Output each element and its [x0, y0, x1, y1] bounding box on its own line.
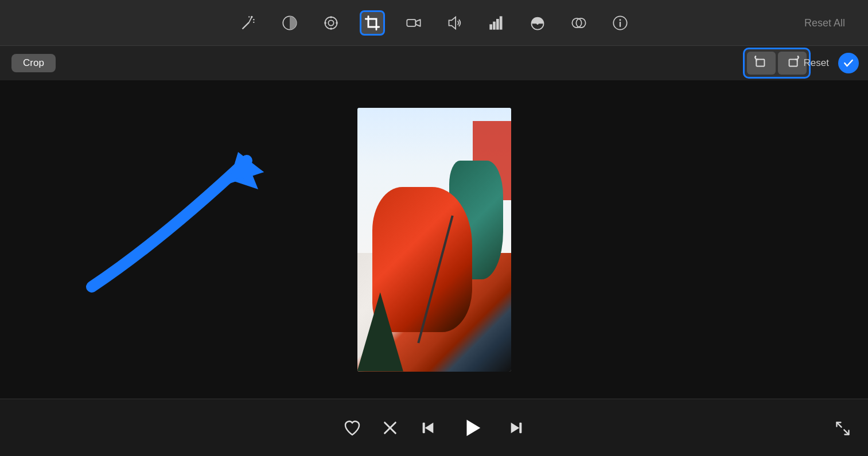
- svg-point-11: [330, 28, 332, 30]
- svg-rect-20: [499, 16, 502, 29]
- svg-line-0: [242, 22, 249, 29]
- svg-point-8: [325, 17, 337, 29]
- video-frame: [357, 108, 511, 372]
- video-preview: [357, 108, 511, 372]
- audio-icon[interactable]: [442, 10, 468, 36]
- svg-point-12: [324, 22, 326, 24]
- svg-point-4: [248, 16, 250, 17]
- svg-rect-36: [422, 422, 425, 433]
- video-camera-icon[interactable]: [401, 10, 426, 36]
- svg-rect-14: [407, 20, 415, 26]
- skier-red: [372, 187, 472, 332]
- color-icon[interactable]: [277, 10, 302, 36]
- svg-point-3: [253, 19, 254, 20]
- reset-all-button[interactable]: Reset All: [804, 17, 845, 29]
- svg-rect-19: [496, 19, 499, 30]
- svg-line-41: [844, 430, 848, 434]
- crop-label[interactable]: Crop: [11, 54, 56, 72]
- crop-icon[interactable]: [360, 10, 385, 36]
- svg-marker-32: [229, 161, 264, 184]
- svg-line-40: [837, 423, 842, 427]
- playback-controls: [343, 414, 526, 442]
- reset-button[interactable]: Reset: [804, 57, 829, 69]
- rotation-buttons-group: [743, 48, 811, 79]
- svg-rect-39: [519, 422, 521, 433]
- toolbar: Reset All: [0, 0, 868, 46]
- svg-point-10: [330, 16, 332, 18]
- toolbar-icons: [236, 10, 633, 36]
- svg-point-5: [253, 21, 254, 22]
- svg-marker-38: [511, 422, 519, 433]
- svg-marker-15: [415, 20, 420, 26]
- svg-point-28: [619, 19, 621, 21]
- film-icon[interactable]: [318, 10, 344, 36]
- info-icon[interactable]: [608, 10, 633, 36]
- expand-button[interactable]: [835, 420, 851, 440]
- svg-marker-35: [425, 422, 433, 433]
- svg-point-9: [328, 20, 333, 25]
- svg-marker-31: [224, 161, 258, 189]
- skip-forward-button[interactable]: [507, 419, 526, 437]
- confirm-button[interactable]: [838, 53, 859, 73]
- play-button[interactable]: [458, 414, 486, 442]
- favorite-button[interactable]: [343, 419, 361, 437]
- rotate-right-button[interactable]: [778, 52, 807, 75]
- stats-icon[interactable]: [484, 10, 509, 36]
- svg-rect-30: [789, 60, 797, 67]
- svg-rect-18: [493, 21, 496, 29]
- svg-point-2: [251, 15, 253, 18]
- main-area: [0, 80, 868, 399]
- svg-rect-29: [756, 60, 764, 67]
- svg-marker-16: [449, 17, 456, 29]
- overlay-icon[interactable]: [566, 10, 591, 36]
- svg-point-13: [336, 22, 338, 24]
- svg-point-23: [536, 22, 539, 24]
- svg-marker-37: [466, 419, 480, 436]
- svg-rect-17: [489, 24, 492, 29]
- bottom-bar: [0, 399, 868, 456]
- annotation-arrow: [57, 126, 344, 298]
- skip-back-button[interactable]: [419, 419, 437, 437]
- speed-icon[interactable]: [525, 10, 550, 36]
- delete-button[interactable]: [382, 420, 398, 436]
- rotate-left-button[interactable]: [747, 52, 776, 75]
- second-row: Crop Reset: [0, 46, 868, 80]
- magic-wand-icon[interactable]: [236, 10, 261, 36]
